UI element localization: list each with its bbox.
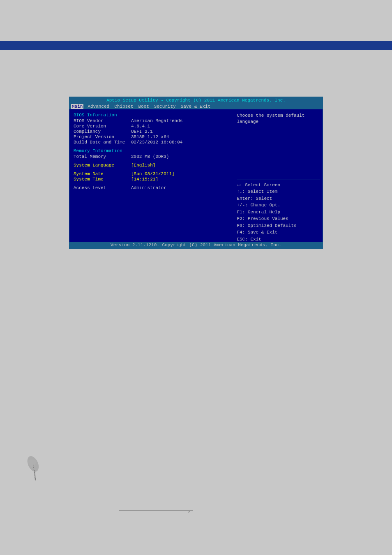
bios-row-compliancy: Compliancy UEFI 2.1 xyxy=(74,129,230,134)
label-bios-vendor: BIOS Vendor xyxy=(74,118,131,123)
bios-keys: ↔: Select Screen ↑↓: Select Item Enter: … xyxy=(237,182,320,243)
value-build-date: 02/23/2012 16:08:04 xyxy=(131,140,182,145)
bottom-comma: ’ xyxy=(187,511,191,517)
menu-item-main[interactable]: Main xyxy=(71,104,83,109)
menu-item-chipset[interactable]: Chipset xyxy=(113,104,134,109)
key-f1: F1: General Help xyxy=(237,209,320,216)
label-system-date: System Date xyxy=(74,171,131,176)
bios-row-access-level: Access Level Administrator xyxy=(74,185,230,190)
label-access-level: Access Level xyxy=(74,185,131,190)
bios-left-panel: BIOS Information BIOS Vendor American Me… xyxy=(69,109,234,246)
bios-row-project-version: Project Version 3518R 1.12 x64 xyxy=(74,134,230,139)
value-compliancy: UEFI 2.1 xyxy=(131,129,153,134)
key-f3: F3: Optimized Defaults xyxy=(237,222,320,229)
bios-row-system-date[interactable]: System Date [Sun 08/31/2011] xyxy=(74,171,230,176)
label-project-version: Project Version xyxy=(74,134,131,139)
menu-item-security[interactable]: Security xyxy=(153,104,177,109)
value-system-date: [Sun 08/31/2011] xyxy=(131,171,175,176)
key-enter: Enter: Select xyxy=(237,195,320,202)
top-bar xyxy=(0,41,392,50)
value-system-time: [14:15:21] xyxy=(131,177,158,182)
key-select-screen: ↔: Select Screen xyxy=(237,182,320,189)
bios-information-title: BIOS Information xyxy=(74,113,230,118)
key-select-item: ↑↓: Select Item xyxy=(237,188,320,195)
bios-window: Aptio Setup Utility - Copyright (C) 2011… xyxy=(69,97,323,249)
key-change-opt: +/-: Change Opt. xyxy=(237,202,320,209)
label-system-time: System Time xyxy=(74,177,131,182)
memory-information-title: Memory Information xyxy=(74,148,230,153)
key-f4: F4: Save & Exit xyxy=(237,229,320,236)
value-bios-vendor: American Megatrends xyxy=(131,118,182,123)
menu-item-advanced[interactable]: Advanced xyxy=(87,104,110,109)
bios-menubar: Main Advanced Chipset Boot Security Save… xyxy=(69,104,323,109)
label-core-version: Core Version xyxy=(74,124,131,129)
menu-item-save-exit[interactable]: Save & Exit xyxy=(180,104,212,109)
value-total-memory: 2032 MB (DDR3) xyxy=(131,154,169,159)
bios-row-system-language[interactable]: System Language [English] xyxy=(74,163,230,168)
value-project-version: 3518R 1.12 x64 xyxy=(131,134,169,139)
bios-footer: Version 2.11.1210. Copyright (C) 2011 Am… xyxy=(69,242,323,248)
bios-row-build-date: Build Date and Time 02/23/2012 16:08:04 xyxy=(74,140,230,145)
bios-title: Aptio Setup Utility - Copyright (C) 2011… xyxy=(69,97,323,104)
key-f2: F2: Previous Values xyxy=(237,215,320,222)
value-system-language: [English] xyxy=(131,163,155,168)
keys-divider xyxy=(237,180,320,180)
label-system-language: System Language xyxy=(74,163,131,168)
label-build-date: Build Date and Time xyxy=(74,140,131,145)
bios-row-total-memory: Total Memory 2032 MB (DDR3) xyxy=(74,154,230,159)
menu-item-boot[interactable]: Boot xyxy=(137,104,150,109)
value-core-version: 4.6.4.1 xyxy=(131,124,150,129)
page-wrapper: Aptio Setup Utility - Copyright (C) 2011… xyxy=(0,0,392,555)
pen-icon xyxy=(21,453,47,483)
label-total-memory: Total Memory xyxy=(74,154,131,159)
bios-content: BIOS Information BIOS Vendor American Me… xyxy=(69,109,323,246)
bios-row-system-time[interactable]: System Time [14:15:21] xyxy=(74,177,230,182)
bottom-decoration-line xyxy=(119,510,193,511)
bios-row-vendor: BIOS Vendor American Megatrends xyxy=(74,118,230,123)
bios-row-core-version: Core Version 4.6.4.1 xyxy=(74,124,230,129)
value-access-level: Administrator xyxy=(131,185,166,190)
bios-right-panel: Choose the system default language ↔: Se… xyxy=(234,109,323,246)
bios-help-text: Choose the system default language xyxy=(237,113,320,178)
label-compliancy: Compliancy xyxy=(74,129,131,134)
